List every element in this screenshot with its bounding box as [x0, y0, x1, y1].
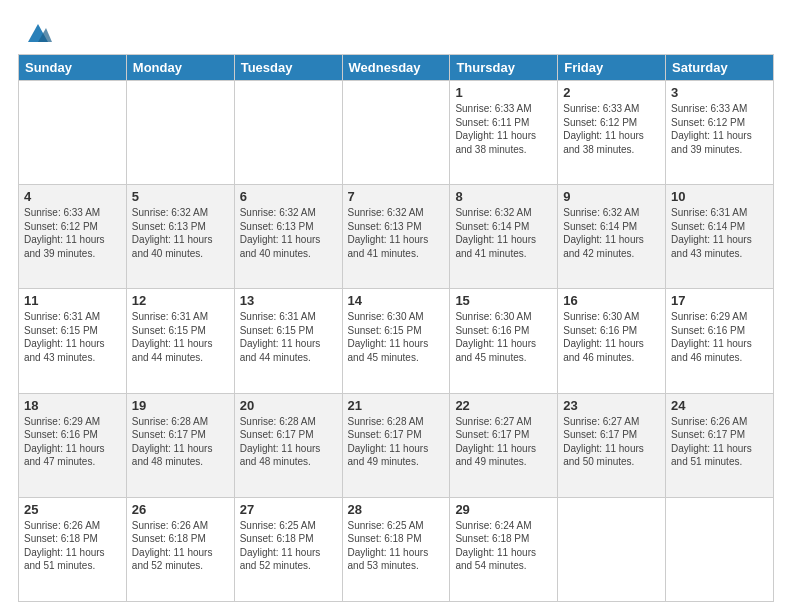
day-cell: 4Sunrise: 6:33 AM Sunset: 6:12 PM Daylig…	[19, 185, 127, 289]
col-header-thursday: Thursday	[450, 55, 558, 81]
day-cell: 2Sunrise: 6:33 AM Sunset: 6:12 PM Daylig…	[558, 81, 666, 185]
day-number: 15	[455, 293, 552, 308]
day-number: 12	[132, 293, 229, 308]
day-info: Sunrise: 6:32 AM Sunset: 6:13 PM Dayligh…	[348, 206, 445, 260]
day-info: Sunrise: 6:32 AM Sunset: 6:14 PM Dayligh…	[455, 206, 552, 260]
day-number: 17	[671, 293, 768, 308]
day-info: Sunrise: 6:27 AM Sunset: 6:17 PM Dayligh…	[455, 415, 552, 469]
header	[18, 18, 774, 46]
day-number: 24	[671, 398, 768, 413]
day-info: Sunrise: 6:26 AM Sunset: 6:17 PM Dayligh…	[671, 415, 768, 469]
header-row: SundayMondayTuesdayWednesdayThursdayFrid…	[19, 55, 774, 81]
day-cell: 26Sunrise: 6:26 AM Sunset: 6:18 PM Dayli…	[126, 497, 234, 601]
day-info: Sunrise: 6:27 AM Sunset: 6:17 PM Dayligh…	[563, 415, 660, 469]
day-cell: 7Sunrise: 6:32 AM Sunset: 6:13 PM Daylig…	[342, 185, 450, 289]
day-number: 21	[348, 398, 445, 413]
week-row-5: 25Sunrise: 6:26 AM Sunset: 6:18 PM Dayli…	[19, 497, 774, 601]
day-info: Sunrise: 6:24 AM Sunset: 6:18 PM Dayligh…	[455, 519, 552, 573]
day-cell: 14Sunrise: 6:30 AM Sunset: 6:15 PM Dayli…	[342, 289, 450, 393]
day-cell: 24Sunrise: 6:26 AM Sunset: 6:17 PM Dayli…	[666, 393, 774, 497]
day-cell: 15Sunrise: 6:30 AM Sunset: 6:16 PM Dayli…	[450, 289, 558, 393]
day-info: Sunrise: 6:32 AM Sunset: 6:14 PM Dayligh…	[563, 206, 660, 260]
day-info: Sunrise: 6:29 AM Sunset: 6:16 PM Dayligh…	[24, 415, 121, 469]
day-number: 9	[563, 189, 660, 204]
day-cell: 5Sunrise: 6:32 AM Sunset: 6:13 PM Daylig…	[126, 185, 234, 289]
col-header-tuesday: Tuesday	[234, 55, 342, 81]
day-cell: 29Sunrise: 6:24 AM Sunset: 6:18 PM Dayli…	[450, 497, 558, 601]
day-info: Sunrise: 6:29 AM Sunset: 6:16 PM Dayligh…	[671, 310, 768, 364]
day-cell: 6Sunrise: 6:32 AM Sunset: 6:13 PM Daylig…	[234, 185, 342, 289]
day-cell: 18Sunrise: 6:29 AM Sunset: 6:16 PM Dayli…	[19, 393, 127, 497]
day-info: Sunrise: 6:30 AM Sunset: 6:16 PM Dayligh…	[455, 310, 552, 364]
day-number: 20	[240, 398, 337, 413]
day-number: 22	[455, 398, 552, 413]
day-number: 5	[132, 189, 229, 204]
day-info: Sunrise: 6:33 AM Sunset: 6:12 PM Dayligh…	[563, 102, 660, 156]
day-cell: 13Sunrise: 6:31 AM Sunset: 6:15 PM Dayli…	[234, 289, 342, 393]
day-number: 18	[24, 398, 121, 413]
day-number: 1	[455, 85, 552, 100]
day-info: Sunrise: 6:31 AM Sunset: 6:15 PM Dayligh…	[132, 310, 229, 364]
week-row-4: 18Sunrise: 6:29 AM Sunset: 6:16 PM Dayli…	[19, 393, 774, 497]
day-number: 23	[563, 398, 660, 413]
day-number: 7	[348, 189, 445, 204]
day-cell: 19Sunrise: 6:28 AM Sunset: 6:17 PM Dayli…	[126, 393, 234, 497]
day-info: Sunrise: 6:25 AM Sunset: 6:18 PM Dayligh…	[240, 519, 337, 573]
logo	[18, 18, 52, 46]
day-info: Sunrise: 6:28 AM Sunset: 6:17 PM Dayligh…	[132, 415, 229, 469]
day-info: Sunrise: 6:31 AM Sunset: 6:14 PM Dayligh…	[671, 206, 768, 260]
day-cell	[558, 497, 666, 601]
day-number: 6	[240, 189, 337, 204]
day-number: 2	[563, 85, 660, 100]
day-cell: 17Sunrise: 6:29 AM Sunset: 6:16 PM Dayli…	[666, 289, 774, 393]
day-info: Sunrise: 6:30 AM Sunset: 6:15 PM Dayligh…	[348, 310, 445, 364]
day-info: Sunrise: 6:25 AM Sunset: 6:18 PM Dayligh…	[348, 519, 445, 573]
page: SundayMondayTuesdayWednesdayThursdayFrid…	[0, 0, 792, 612]
day-cell	[666, 497, 774, 601]
day-cell	[19, 81, 127, 185]
week-row-1: 1Sunrise: 6:33 AM Sunset: 6:11 PM Daylig…	[19, 81, 774, 185]
day-cell: 23Sunrise: 6:27 AM Sunset: 6:17 PM Dayli…	[558, 393, 666, 497]
day-number: 25	[24, 502, 121, 517]
day-info: Sunrise: 6:26 AM Sunset: 6:18 PM Dayligh…	[24, 519, 121, 573]
day-number: 29	[455, 502, 552, 517]
day-info: Sunrise: 6:31 AM Sunset: 6:15 PM Dayligh…	[240, 310, 337, 364]
day-cell: 9Sunrise: 6:32 AM Sunset: 6:14 PM Daylig…	[558, 185, 666, 289]
day-cell: 21Sunrise: 6:28 AM Sunset: 6:17 PM Dayli…	[342, 393, 450, 497]
day-number: 28	[348, 502, 445, 517]
day-number: 13	[240, 293, 337, 308]
day-number: 3	[671, 85, 768, 100]
day-cell	[126, 81, 234, 185]
day-number: 4	[24, 189, 121, 204]
day-cell	[342, 81, 450, 185]
day-info: Sunrise: 6:33 AM Sunset: 6:12 PM Dayligh…	[671, 102, 768, 156]
day-number: 27	[240, 502, 337, 517]
day-cell: 12Sunrise: 6:31 AM Sunset: 6:15 PM Dayli…	[126, 289, 234, 393]
day-info: Sunrise: 6:28 AM Sunset: 6:17 PM Dayligh…	[348, 415, 445, 469]
day-cell: 10Sunrise: 6:31 AM Sunset: 6:14 PM Dayli…	[666, 185, 774, 289]
day-number: 10	[671, 189, 768, 204]
week-row-2: 4Sunrise: 6:33 AM Sunset: 6:12 PM Daylig…	[19, 185, 774, 289]
day-info: Sunrise: 6:30 AM Sunset: 6:16 PM Dayligh…	[563, 310, 660, 364]
day-number: 26	[132, 502, 229, 517]
day-cell: 3Sunrise: 6:33 AM Sunset: 6:12 PM Daylig…	[666, 81, 774, 185]
day-cell: 27Sunrise: 6:25 AM Sunset: 6:18 PM Dayli…	[234, 497, 342, 601]
col-header-monday: Monday	[126, 55, 234, 81]
day-number: 8	[455, 189, 552, 204]
day-number: 14	[348, 293, 445, 308]
day-info: Sunrise: 6:33 AM Sunset: 6:12 PM Dayligh…	[24, 206, 121, 260]
day-number: 16	[563, 293, 660, 308]
col-header-wednesday: Wednesday	[342, 55, 450, 81]
day-info: Sunrise: 6:28 AM Sunset: 6:17 PM Dayligh…	[240, 415, 337, 469]
calendar-table: SundayMondayTuesdayWednesdayThursdayFrid…	[18, 54, 774, 602]
day-cell: 20Sunrise: 6:28 AM Sunset: 6:17 PM Dayli…	[234, 393, 342, 497]
day-info: Sunrise: 6:26 AM Sunset: 6:18 PM Dayligh…	[132, 519, 229, 573]
day-number: 11	[24, 293, 121, 308]
day-cell: 1Sunrise: 6:33 AM Sunset: 6:11 PM Daylig…	[450, 81, 558, 185]
day-cell	[234, 81, 342, 185]
day-cell: 16Sunrise: 6:30 AM Sunset: 6:16 PM Dayli…	[558, 289, 666, 393]
day-info: Sunrise: 6:32 AM Sunset: 6:13 PM Dayligh…	[240, 206, 337, 260]
day-cell: 25Sunrise: 6:26 AM Sunset: 6:18 PM Dayli…	[19, 497, 127, 601]
day-number: 19	[132, 398, 229, 413]
day-cell: 28Sunrise: 6:25 AM Sunset: 6:18 PM Dayli…	[342, 497, 450, 601]
